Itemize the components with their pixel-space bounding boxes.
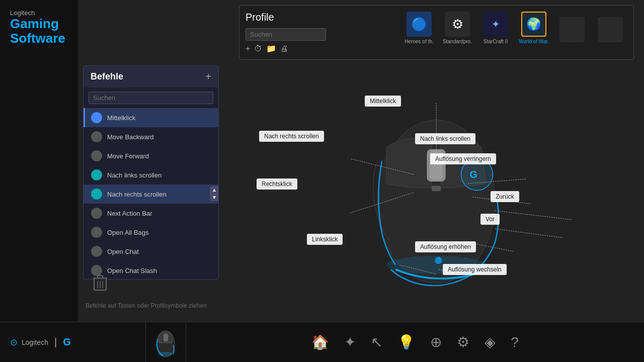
wow-label: World of War. xyxy=(517,39,551,44)
taskbar-brand: Logitech xyxy=(22,338,48,346)
open-chat-slash-icon xyxy=(91,265,102,276)
zurueck-label[interactable]: Zurück xyxy=(491,191,519,202)
profile-search-input[interactable] xyxy=(246,28,326,41)
command-open-chat-label: Open Chat xyxy=(107,248,139,255)
nach-links-icon xyxy=(91,169,102,180)
profile-section: Profile + ⏱ 📁 🖨 🔵 Heroes of th. ⚙ Sta xyxy=(239,5,634,60)
share-icon[interactable]: ◈ xyxy=(485,334,496,350)
dpi-icon[interactable]: ⊕ xyxy=(430,334,442,350)
taskbar-mouse-icon[interactable] xyxy=(146,322,186,362)
command-mittelklick-label: Mittelklick xyxy=(107,114,135,122)
svg-rect-2 xyxy=(98,276,103,278)
logitech-logo-icon: ⊙ xyxy=(10,337,18,348)
clock-icon[interactable]: ⏱ xyxy=(254,44,262,53)
svg-line-18 xyxy=(400,265,436,274)
command-nach-rechts-label: Nach rechts scrollen xyxy=(107,191,167,198)
wow-icon: 🌍 xyxy=(521,12,546,37)
mittelklick-label[interactable]: Mittelklick xyxy=(365,96,401,107)
next-action-icon xyxy=(91,208,102,219)
vor-label[interactable]: Vor xyxy=(480,214,500,225)
commands-list: Mittelklick Move Backward Move Forward N… xyxy=(84,108,218,279)
linksklick-label[interactable]: Linksklick xyxy=(307,234,343,245)
trash-button[interactable] xyxy=(93,275,107,294)
scroll-arrows: ▲ ▼ xyxy=(210,186,218,201)
logo-area: Logitech Gaming Software xyxy=(0,0,78,50)
command-nach-links[interactable]: Nach links scrollen xyxy=(84,165,218,185)
g-logo-icon: G xyxy=(63,336,71,348)
svg-line-17 xyxy=(350,193,414,213)
command-open-chat[interactable]: Open Chat xyxy=(84,242,218,261)
profile-empty-1[interactable] xyxy=(555,17,589,44)
rechtsklick-label[interactable]: Rechtsklick xyxy=(257,178,297,190)
standard-label: Standardpro. xyxy=(440,39,474,44)
profile-starcraft[interactable]: ✦ StarCraft II xyxy=(478,12,513,44)
heroes-icon: 🔵 xyxy=(407,12,432,37)
empty-slot-2-icon xyxy=(598,17,623,42)
lighting-icon[interactable]: 💡 xyxy=(397,334,415,350)
hint-text: Befehle auf Tasten oder Profilsymbole zi… xyxy=(86,302,207,309)
command-move-forward-label: Move Forward xyxy=(107,152,149,160)
pointer-icon[interactable]: ↖ xyxy=(371,334,382,350)
aufloesung-wechseln-label[interactable]: Auflösung wechseln xyxy=(443,264,507,275)
app-title: Gaming Software xyxy=(10,17,68,45)
svg-line-23 xyxy=(495,229,563,238)
open-chat-icon xyxy=(91,246,102,257)
customize-icon[interactable]: ✦ xyxy=(344,334,356,350)
profile-standard[interactable]: ⚙ Standardpro. xyxy=(440,12,474,44)
heroes-label: Heroes of th. xyxy=(402,39,436,44)
starcraft-icon: ✦ xyxy=(483,12,508,37)
mouse-thumbnail-icon xyxy=(152,325,180,360)
svg-line-15 xyxy=(350,159,414,175)
aufloesung-verringern-label[interactable]: Auflösung verringern xyxy=(430,153,496,164)
divider-icon: | xyxy=(54,336,57,348)
svg-rect-25 xyxy=(164,334,168,341)
starcraft-label: StarCraft II xyxy=(478,39,513,44)
command-nach-rechts[interactable]: Nach rechts scrollen ▲ ▼ xyxy=(84,185,218,204)
profile-empty-2[interactable] xyxy=(593,17,627,44)
commands-title: Befehle xyxy=(91,71,123,82)
command-next-action[interactable]: Next Action Bar xyxy=(84,204,218,223)
command-open-chat-slash-label: Open Chat Slash xyxy=(107,267,157,275)
folder-icon[interactable]: 📁 xyxy=(266,44,276,53)
nach-rechts-label[interactable]: Nach rechts scrollen xyxy=(259,131,324,142)
scroll-down-arrow[interactable]: ▼ xyxy=(210,194,218,201)
brand-name: Logitech xyxy=(10,9,68,17)
aufloesung-erhoehen-label[interactable]: Auflösung erhöhen xyxy=(415,241,476,252)
help-icon[interactable]: ? xyxy=(511,334,519,350)
profile-icons: 🔵 Heroes of th. ⚙ Standardpro. ✦ StarCra… xyxy=(402,12,627,44)
command-open-all-bags[interactable]: Open All Bags xyxy=(84,223,218,242)
svg-rect-9 xyxy=(432,186,441,192)
standard-icon: ⚙ xyxy=(445,12,470,37)
scroll-up-arrow[interactable]: ▲ xyxy=(210,186,218,194)
commands-header: Befehle + xyxy=(84,66,218,87)
nach-links-label[interactable]: Nach links scrollen xyxy=(415,133,475,144)
settings-icon[interactable]: ⚙ xyxy=(457,334,469,350)
command-move-forward[interactable]: Move Forward xyxy=(84,146,218,165)
taskbar-nav-icons: 🏠 ✦ ↖ 💡 ⊕ ⚙ ◈ ? xyxy=(186,334,644,350)
taskbar: ⊙ Logitech | G 🏠 ✦ ↖ 💡 ⊕ ⚙ ◈ ? xyxy=(0,322,644,362)
add-profile-button[interactable]: + xyxy=(246,44,250,53)
home-icon[interactable]: 🏠 xyxy=(311,334,329,350)
print-icon[interactable]: 🖨 xyxy=(280,44,288,53)
main-content: Profile + ⏱ 📁 🖨 🔵 Heroes of th. ⚙ Sta xyxy=(78,0,644,322)
command-move-backward-label: Move Backward xyxy=(107,133,153,141)
commands-panel: Befehle + Mittelklick Move Backward Move… xyxy=(83,65,219,280)
profile-toolbar: + ⏱ 📁 🖨 xyxy=(246,44,326,53)
sidebar: Logitech Gaming Software xyxy=(0,0,78,322)
move-backward-icon xyxy=(91,131,102,142)
command-move-backward[interactable]: Move Backward xyxy=(84,127,218,146)
move-forward-icon xyxy=(91,150,102,161)
svg-text:G: G xyxy=(470,169,477,180)
profile-heroes[interactable]: 🔵 Heroes of th. xyxy=(402,12,436,44)
command-mittelklick[interactable]: Mittelklick xyxy=(84,108,218,127)
open-all-bags-icon xyxy=(91,227,102,238)
empty-slot-1-icon xyxy=(559,17,585,42)
svg-line-22 xyxy=(495,211,572,220)
mittelklick-icon xyxy=(91,112,102,123)
commands-add-button[interactable]: + xyxy=(205,71,211,82)
commands-search-input[interactable] xyxy=(89,92,213,104)
taskbar-logo: ⊙ Logitech | G xyxy=(0,322,146,362)
profile-wow[interactable]: 🌍 World of War. xyxy=(517,12,551,44)
svg-line-16 xyxy=(468,179,527,184)
command-nach-links-label: Nach links scrollen xyxy=(107,171,162,179)
